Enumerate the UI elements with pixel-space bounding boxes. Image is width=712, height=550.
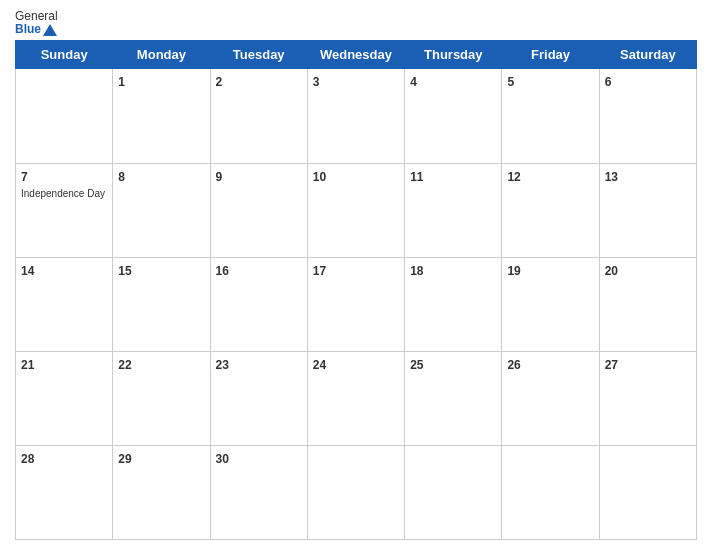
day-number: 22 [118,358,131,372]
weekday-header-sunday: Sunday [16,41,113,69]
day-number: 2 [216,75,223,89]
calendar-cell: 14 [16,257,113,351]
day-number: 23 [216,358,229,372]
day-number: 6 [605,75,612,89]
calendar-cell: 19 [502,257,599,351]
day-number: 9 [216,170,223,184]
calendar-cell: 18 [405,257,502,351]
calendar-cell [307,445,404,539]
day-number: 4 [410,75,417,89]
day-number: 29 [118,452,131,466]
calendar-cell: 25 [405,351,502,445]
calendar-cell: 13 [599,163,696,257]
day-number: 25 [410,358,423,372]
day-number: 15 [118,264,131,278]
calendar-cell: 22 [113,351,210,445]
calendar-cell: 29 [113,445,210,539]
weekday-header-monday: Monday [113,41,210,69]
calendar-cell: 16 [210,257,307,351]
weekday-header-friday: Friday [502,41,599,69]
calendar-cell [502,445,599,539]
day-number: 7 [21,170,28,184]
calendar-cell: 5 [502,69,599,163]
calendar-cell: 10 [307,163,404,257]
calendar-cell: 20 [599,257,696,351]
day-number: 30 [216,452,229,466]
calendar-cell: 21 [16,351,113,445]
calendar-table: SundayMondayTuesdayWednesdayThursdayFrid… [15,40,697,540]
calendar-week-row: 7Independence Day8910111213 [16,163,697,257]
svg-marker-0 [43,24,57,36]
day-number: 8 [118,170,125,184]
calendar-header-row: SundayMondayTuesdayWednesdayThursdayFrid… [16,41,697,69]
calendar-cell [405,445,502,539]
day-number: 13 [605,170,618,184]
day-number: 26 [507,358,520,372]
calendar-cell: 15 [113,257,210,351]
logo-triangle-icon [43,24,57,36]
calendar-cell: 27 [599,351,696,445]
calendar-week-row: 123456 [16,69,697,163]
calendar-week-row: 21222324252627 [16,351,697,445]
day-number: 5 [507,75,514,89]
day-number: 27 [605,358,618,372]
calendar-header: General Blue [15,10,697,36]
calendar-week-row: 282930 [16,445,697,539]
weekday-header-tuesday: Tuesday [210,41,307,69]
day-number: 28 [21,452,34,466]
calendar-cell: 28 [16,445,113,539]
logo: General Blue [15,10,58,36]
weekday-header-saturday: Saturday [599,41,696,69]
calendar-week-row: 14151617181920 [16,257,697,351]
day-number: 14 [21,264,34,278]
day-number: 10 [313,170,326,184]
day-number: 3 [313,75,320,89]
calendar-body: 1234567Independence Day89101112131415161… [16,69,697,540]
calendar-cell [16,69,113,163]
day-number: 24 [313,358,326,372]
calendar-cell: 3 [307,69,404,163]
calendar-cell: 6 [599,69,696,163]
calendar-event: Independence Day [21,187,107,200]
calendar-cell: 23 [210,351,307,445]
weekday-header-thursday: Thursday [405,41,502,69]
day-number: 17 [313,264,326,278]
calendar-cell: 2 [210,69,307,163]
day-number: 20 [605,264,618,278]
day-number: 12 [507,170,520,184]
calendar-cell: 17 [307,257,404,351]
calendar-cell: 4 [405,69,502,163]
calendar-cell: 1 [113,69,210,163]
day-number: 19 [507,264,520,278]
calendar-cell [599,445,696,539]
day-number: 11 [410,170,423,184]
calendar-cell: 8 [113,163,210,257]
calendar-cell: 12 [502,163,599,257]
logo-blue: Blue [15,23,41,36]
calendar-cell: 24 [307,351,404,445]
day-number: 1 [118,75,125,89]
day-number: 18 [410,264,423,278]
day-number: 16 [216,264,229,278]
calendar-cell: 9 [210,163,307,257]
calendar-cell: 7Independence Day [16,163,113,257]
calendar-cell: 26 [502,351,599,445]
calendar-cell: 30 [210,445,307,539]
day-number: 21 [21,358,34,372]
weekday-header-wednesday: Wednesday [307,41,404,69]
calendar-cell: 11 [405,163,502,257]
